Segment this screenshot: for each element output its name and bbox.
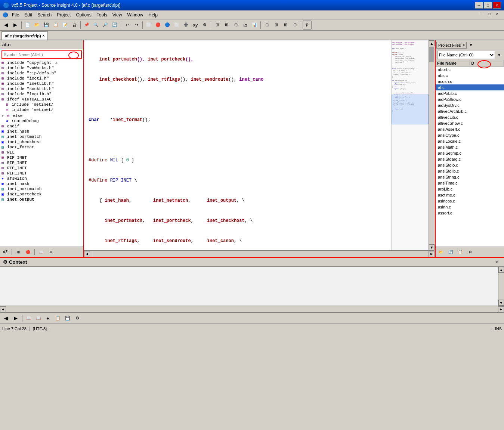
bt-btn6[interactable]: ⚙ [73, 314, 82, 323]
file-item[interactable]: ansiStdarg.c [436, 156, 504, 162]
symbol-search-input[interactable] [1, 50, 82, 59]
file-item[interactable]: asincos.c [436, 198, 504, 204]
tb-btn5[interactable]: 📝 [61, 21, 69, 30]
file-filter-select[interactable]: File Name (Ctrl+O) [437, 51, 495, 59]
rp-tb-btn1[interactable]: 📂 [436, 248, 445, 257]
minimize-button[interactable]: ─ [475, 2, 483, 9]
app-menu-icon[interactable]: 🔵 [1, 12, 9, 18]
bt-back-button[interactable]: ◀ [1, 314, 10, 323]
sym-include-copyright[interactable]: ⊞include "copyright_▲ [0, 60, 83, 65]
sym-tb-btn2[interactable]: ⊞ [14, 248, 23, 257]
sym-include-ripdefs[interactable]: ⊞include "rip/defs.h" [0, 71, 83, 76]
tb-btn18[interactable]: xy [191, 21, 200, 30]
hscroll-left-button[interactable]: ◄ [84, 251, 90, 257]
ctx-hscroll-left[interactable]: ◄ [0, 306, 6, 312]
new-file-button[interactable]: 📄 [23, 21, 32, 30]
file-item[interactable]: ansiCtype.c [436, 132, 504, 138]
file-item[interactable]: ansiAssert.c [436, 126, 504, 132]
sym-include-netinet1[interactable]: ⊞include "netinet/ [0, 102, 83, 107]
sym-routeddebug[interactable]: ●routedDebug [0, 118, 83, 124]
tb-btn15[interactable]: 🔵 [163, 21, 172, 30]
tb-btn22[interactable]: ⊟ [231, 21, 240, 30]
menu-file[interactable]: File [10, 12, 21, 18]
close-button[interactable]: ✕ [493, 2, 501, 9]
filename-col-header[interactable]: File Name [436, 60, 470, 66]
sym-else[interactable]: ▼⊞else [0, 113, 83, 118]
tb-btn23[interactable]: 🗂 [241, 21, 250, 30]
file-item[interactable]: abort.c [436, 66, 504, 72]
sym-inet-checkhost[interactable]: ▣inet_checkhost [0, 139, 83, 145]
tb-btn10[interactable]: 🔄 [110, 21, 119, 30]
file-item[interactable]: altivecShow.c [436, 120, 504, 126]
sym-include-ioctl[interactable]: ⊞include "ioctl.h" [0, 76, 83, 81]
submenu-close[interactable]: ✕ [496, 12, 503, 18]
file-item[interactable]: abs.c [436, 72, 504, 78]
tb-btn11[interactable]: ↩ [123, 21, 132, 30]
sym-ifdef[interactable]: ⊞ifdef VIRTUAL_STAC [0, 97, 83, 102]
sym-tb-btn5[interactable]: ⚙ [46, 248, 55, 257]
submenu-max[interactable]: ◻ [488, 12, 495, 18]
bt-btn1[interactable]: 📖 [24, 314, 33, 323]
file-item[interactable]: aioPxShow.c [436, 96, 504, 102]
sym-rip-inet4[interactable]: ⊞RIP_INET [0, 171, 83, 176]
tb-btn6[interactable]: 🖨 [70, 21, 79, 30]
tb-btn27[interactable]: ⊞ [281, 21, 290, 30]
sym-tb-btn3[interactable]: 🔴 [24, 248, 33, 257]
file-tab-afc[interactable]: af.c (target\src\rip) × [1, 31, 48, 40]
rp-tb-btn2[interactable]: 🔄 [446, 248, 455, 257]
tb-btn20[interactable]: ⊞ [213, 21, 222, 30]
tb-btn8[interactable]: 🔍 [92, 21, 101, 30]
file-item-selected[interactable]: af.c [436, 84, 504, 90]
tb-btn26[interactable]: ⊞ [272, 21, 281, 30]
tb-btn7[interactable]: 📌 [82, 21, 91, 30]
file-item[interactable]: ansiSetjmp.c [436, 150, 504, 156]
d-col-header[interactable]: D [470, 60, 504, 66]
context-close-button[interactable]: ✕ [492, 258, 501, 267]
sym-endif[interactable]: ⊞endif [0, 124, 83, 129]
panel-dropdown-button[interactable]: ▼ [467, 42, 474, 49]
code-vscrollbar[interactable]: ▲ ▼ [429, 40, 435, 250]
vscroll-down-button[interactable]: ▼ [429, 244, 435, 250]
submenu-min[interactable]: ─ [481, 12, 488, 18]
vscroll-thumb[interactable] [429, 47, 434, 62]
tb-btn16[interactable]: ⬜ [172, 21, 181, 30]
sym-afswitch[interactable]: ●afswitch [0, 176, 83, 181]
sym-include-vxworks[interactable]: ⊞include "vxWorks.h" [0, 65, 83, 71]
menu-help[interactable]: Help [146, 12, 160, 18]
tb-btn4[interactable]: 📋 [51, 21, 60, 30]
back-button[interactable]: ◀ [1, 21, 10, 30]
file-item[interactable]: ansiStdio.c [436, 162, 504, 168]
file-item[interactable]: acosh.c [436, 78, 504, 84]
file-item[interactable]: ansiStdlib.c [436, 168, 504, 174]
sym-inet-portcheck[interactable]: ▣inet_portcheck [0, 192, 83, 197]
menu-project[interactable]: Project [55, 12, 73, 18]
sym-inet-portmatch2[interactable]: ▤inet_portmatch [0, 186, 83, 192]
file-item[interactable]: asinh.c [436, 204, 504, 210]
file-item[interactable]: ansiTime.c [436, 180, 504, 186]
open-button[interactable]: 📂 [33, 21, 41, 30]
file-item[interactable]: asctime.c [436, 192, 504, 198]
sym-include-socklib[interactable]: ⊞include "sockLib.h" [0, 86, 83, 92]
ctx-vscroll-up[interactable]: ▲ [498, 267, 504, 273]
sym-inet-format[interactable]: ▤inet_format [0, 145, 83, 150]
file-item[interactable]: ansiMath.c [436, 144, 504, 150]
file-item[interactable]: altivecLib.c [436, 114, 504, 120]
menu-tools[interactable]: Tools [95, 12, 109, 18]
project-files-tab[interactable]: Project Files × [436, 42, 467, 49]
tb-btn21[interactable]: ⊞ [222, 21, 231, 30]
hscroll-right-button[interactable]: ► [429, 251, 435, 257]
sym-inet-hash2[interactable]: ▣inet_hash [0, 181, 83, 186]
menu-edit[interactable]: Edit [22, 12, 34, 18]
tab-close-button[interactable]: × [43, 34, 45, 38]
tb-btn13[interactable]: ⬜ [144, 21, 153, 30]
sym-include-loglib[interactable]: ⊞include "logLib.h" [0, 92, 83, 97]
sym-inet-portmatch[interactable]: ▤inet_portmatch [0, 134, 83, 139]
bt-btn3[interactable]: R [44, 314, 53, 323]
tb-btn9[interactable]: 🔎 [101, 21, 110, 30]
filter-dropdown-button[interactable]: ▼ [496, 52, 503, 58]
file-item[interactable]: aioPxLib.c [436, 90, 504, 96]
menu-options[interactable]: Options [74, 12, 93, 18]
code-editor[interactable]: inet_portmatch(), inet_portcheck(), inet… [84, 40, 391, 250]
sym-inet-output[interactable]: ▤inet_output [0, 197, 83, 202]
sym-tb-btn1[interactable]: AZ [1, 248, 10, 257]
